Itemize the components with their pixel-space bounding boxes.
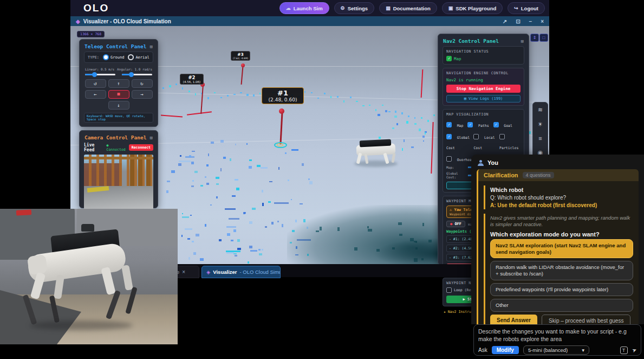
move-right-button[interactable]: → [132, 90, 153, 99]
move-left-button[interactable]: ← [85, 90, 106, 99]
logs-doc-icon: ▤ [464, 97, 466, 101]
send-answer-button[interactable]: Send Answer [490, 315, 537, 324]
tab-visualizer[interactable]: ◈ Visualizer - OLO Cloud Simulat... × [201, 266, 281, 278]
composer-input[interactable]: Describe the changes you want to make to… [478, 328, 636, 343]
send-icon[interactable]: ➤ [631, 347, 638, 354]
viz-particles-checkbox[interactable]: Particles [499, 131, 521, 151]
nav-status-header: NAVIGATION STATUS [446, 49, 521, 54]
option-random-walk[interactable]: Random walk with LIDAR obstacle avoidanc… [490, 261, 633, 280]
map-viz-header: MAP VISUALIZATION [446, 112, 521, 117]
angular-slider[interactable] [122, 74, 152, 75]
launch-sim-button[interactable]: ☁ Launch Sim [279, 2, 329, 14]
sdk-icon: ▣ [448, 5, 453, 11]
logout-button[interactable]: ↪ Logout [508, 2, 545, 14]
linear-slider[interactable] [85, 74, 115, 75]
settings-button[interactable]: ⚙ Settings [334, 2, 375, 14]
tab-label: Visualizer [213, 269, 237, 275]
camera-panel-title: Camera Control Panel [84, 134, 146, 140]
viz-map-checkbox[interactable]: ✓ Map [446, 119, 463, 129]
answer-text: A: Use the default robot (first discover… [490, 202, 633, 208]
photo-robot-shadow [30, 320, 133, 330]
yaw-off-toggle[interactable]: ● OFF [446, 221, 465, 227]
question-title: Which robot [490, 187, 633, 193]
question-block: Nav2 gives smarter path planning and map… [484, 214, 633, 324]
panel-detach-button[interactable]: □ [539, 34, 548, 42]
sdk-playground-button[interactable]: ▣ SDK Playground [442, 2, 503, 14]
waypoint-coords: (2.48, 0.60) [262, 97, 303, 102]
view-logs-label: View Logs (199) [469, 97, 503, 101]
model-select[interactable]: 5-mini (balanced) ▾ [523, 345, 589, 355]
waypoint-label-2[interactable]: #2 (4.56, 1.06) [180, 74, 204, 85]
linear-label: Linear: 0.5 m/s [85, 67, 114, 71]
question-note: Nav2 gives smarter path planning and map… [490, 215, 633, 228]
logout-icon: ↪ [514, 5, 518, 11]
path-line [431, 122, 433, 174]
panel-collapse-button[interactable]: ⇕ [530, 34, 539, 42]
view-logs-button[interactable]: ▤ View Logs (199) [446, 95, 521, 102]
radio-ground[interactable]: Ground [103, 54, 124, 60]
chevron-down-icon: ▾ [582, 347, 584, 353]
viz-paths-checkbox[interactable]: ✓ Paths [467, 119, 489, 129]
sdk-playground-label: SDK Playground [456, 5, 496, 11]
option-predefined-waypoints[interactable]: Predefined waypoints (I'll provide waypo… [490, 283, 633, 296]
move-back-button[interactable]: ↓ [108, 101, 129, 110]
ask-mode-button[interactable]: Ask [478, 347, 487, 353]
photo-robot-lidar [81, 224, 94, 232]
radio-aerial[interactable]: Aerial [128, 54, 149, 60]
tab-subtitle: - OLO Cloud Simulat... [240, 269, 281, 275]
waypoint-label-1[interactable]: #1 (2.48, 0.60) [262, 87, 304, 104]
minimize-icon[interactable]: – [529, 18, 532, 24]
waypoint-label-3[interactable]: #3 (7.62, -0.89) [231, 51, 250, 61]
activity-icon[interactable]: ≋ [538, 106, 543, 113]
rotate-left-button[interactable]: ↺ [85, 79, 106, 88]
popout-icon[interactable]: ⊞ [521, 39, 524, 44]
close-tab-icon[interactable]: × [182, 269, 185, 275]
waypoint-marker [279, 108, 284, 114]
launch-icon: ☁ [286, 5, 291, 11]
move-forward-button[interactable]: ↑ [108, 79, 129, 88]
top-navbar: OLO ☁ Launch Sim ⚙ Settings ▤ Documentat… [70, 0, 549, 16]
teleop-control-panel: Teleop Control Panel ⊞ TYPE: Ground Aeri… [79, 39, 158, 127]
reconnect-button[interactable]: Reconnect [129, 144, 153, 151]
skip-button[interactable]: Skip – proceed with best guess [542, 315, 630, 324]
filters-icon[interactable]: ≡ [538, 135, 542, 142]
aerial-label: Aerial [135, 55, 149, 60]
brightness-icon[interactable]: ☀ [538, 121, 543, 128]
photo-robot-leg-upper [121, 265, 133, 291]
stop-button[interactable]: ■ [108, 90, 129, 99]
text-tool-icon[interactable]: T [620, 347, 628, 354]
popout-icon[interactable]: ⊞ [150, 44, 153, 49]
rotate-right-button[interactable]: ↻ [132, 79, 153, 88]
loop-checkbox[interactable] [446, 287, 452, 293]
waypoint-base-ring [277, 143, 283, 146]
stop-navigation-button[interactable]: Stop Navigation Engine [446, 85, 521, 93]
open-in-new-icon[interactable]: ↗ [503, 18, 507, 24]
camera-feed[interactable] [84, 155, 153, 211]
script-composer: Describe the changes you want to make to… [473, 324, 641, 356]
waypoint-pole [279, 112, 283, 144]
popout-icon[interactable]: ⊞ [150, 135, 153, 140]
settings-label: Settings [348, 5, 368, 11]
viz-goal-checkbox[interactable]: ✓ Goal [493, 119, 512, 129]
map-opacity-label: Map: [446, 165, 466, 169]
viz-localcost-checkbox[interactable]: Local Cost [473, 131, 496, 151]
path-line [161, 115, 183, 118]
option-other[interactable]: Other [490, 299, 633, 312]
viz-overhead-checkbox[interactable]: Overhead [446, 153, 474, 163]
viz-globalcost-checkbox[interactable]: ✓ Global Cost [446, 131, 470, 151]
sim-robot[interactable] [351, 137, 401, 170]
model-label: 5-mini (balanced) [528, 347, 568, 353]
modify-mode-button[interactable]: Modify [492, 346, 519, 354]
documentation-button[interactable]: ▤ Documentation [379, 2, 437, 14]
map-status-checkbox[interactable]: ✓ [446, 56, 452, 61]
chat-user-row: You [471, 155, 644, 169]
question-block: Which robot Q: Which robot should explor… [484, 185, 633, 209]
star-icon: ★ [444, 310, 446, 314]
connection-status: ● Connected [107, 143, 126, 152]
close-icon[interactable]: × [541, 18, 544, 24]
chat-user-label: You [487, 159, 498, 166]
waypoint-coords: (7.62, -0.89) [231, 57, 250, 60]
fullscreen-icon[interactable]: ⊡ [516, 18, 520, 24]
option-nav2-slam[interactable]: Nav2 SLAM exploration (start Nav2 SLAM e… [490, 239, 633, 259]
warning-icon: ⚠ [450, 208, 452, 212]
